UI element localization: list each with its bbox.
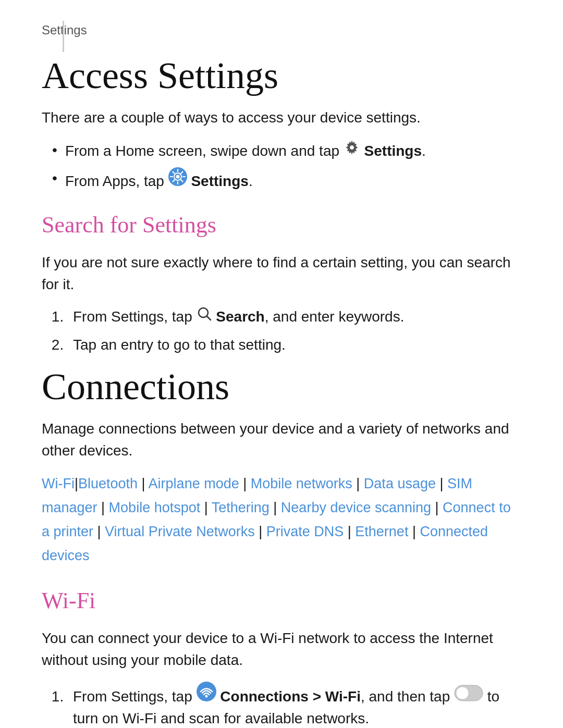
link-vpn[interactable]: Virtual Private Networks <box>105 524 255 539</box>
wifi-steps-list: From Settings, tap Connections > Wi-Fi, … <box>42 682 521 728</box>
wifi-connections-icon <box>197 688 221 705</box>
search-step1-before: From Settings, tap <box>73 309 192 325</box>
link-mobile-hotspot[interactable]: Mobile hotspot <box>109 500 201 515</box>
link-nearby-device[interactable]: Nearby device scanning <box>281 500 431 515</box>
link-wifi[interactable]: Wi-Fi <box>42 476 75 491</box>
wifi-step-1: From Settings, tap Connections > Wi-Fi, … <box>68 682 521 728</box>
access-settings-bullets: From a Home screen, swipe down and tap S… <box>52 139 521 192</box>
search-settings-title: Search for Settings <box>42 208 521 242</box>
search-steps-list: From Settings, tap Search, and enter key… <box>42 306 521 356</box>
search-step1-after: , and enter keywords. <box>265 309 405 325</box>
link-data-usage[interactable]: Data usage <box>364 476 436 491</box>
search-step-1: From Settings, tap Search, and enter key… <box>68 306 521 328</box>
wifi-step1-connections-bold: Connections > Wi-Fi, and then tap <box>220 688 454 705</box>
svg-point-5 <box>176 175 179 179</box>
link-bluetooth[interactable]: Bluetooth <box>78 476 138 491</box>
svg-point-16 <box>197 682 216 701</box>
link-airplane[interactable]: Airplane mode <box>149 476 239 491</box>
svg-point-19 <box>456 687 469 699</box>
bullet-home-screen: From a Home screen, swipe down and tap S… <box>52 139 521 162</box>
bullet-apps-bold: Settings <box>191 173 248 189</box>
wifi-title: Wi-Fi <box>42 584 521 618</box>
link-private-dns[interactable]: Private DNS <box>266 524 344 539</box>
toggle-icon <box>454 688 487 705</box>
breadcrumb: Settings <box>42 21 521 40</box>
search-icon <box>197 309 216 325</box>
access-settings-title: Access Settings <box>42 55 521 96</box>
svg-line-15 <box>207 316 211 320</box>
connections-title: Connections <box>42 366 521 408</box>
bullet-home-bold: Settings <box>364 143 422 159</box>
bullet-home-text-before: From a Home screen, swipe down and tap <box>65 143 344 159</box>
bullet-apps-text-before: From Apps, tap <box>65 173 168 189</box>
bullet-apps: From Apps, tap Settings. <box>52 167 521 192</box>
wifi-step1-before: From Settings, tap <box>73 688 197 705</box>
connections-intro: Manage connections between your device a… <box>42 418 521 462</box>
link-tethering[interactable]: Tethering <box>212 500 270 515</box>
search-settings-intro: If you are not sure exactly where to fin… <box>42 252 521 295</box>
wifi-intro: You can connect your device to a Wi-Fi n… <box>42 627 521 671</box>
access-settings-intro: There are a couple of ways to access you… <box>42 107 521 129</box>
bullet-home-period: . <box>422 143 426 159</box>
search-step-2: Tap an entry to go to that setting. <box>68 334 521 356</box>
gear-blue-icon <box>168 173 191 189</box>
link-mobile-networks[interactable]: Mobile networks <box>251 476 352 491</box>
svg-point-1 <box>350 145 354 150</box>
svg-point-17 <box>205 695 207 697</box>
gear-dark-icon <box>344 143 364 159</box>
search-step2-text: Tap an entry to go to that setting. <box>73 337 286 353</box>
search-step1-bold: Search <box>216 309 264 325</box>
connections-links: Wi-Fi|Bluetooth | Airplane mode | Mobile… <box>42 472 521 568</box>
bullet-apps-period: . <box>249 173 253 189</box>
link-ethernet[interactable]: Ethernet <box>355 524 408 539</box>
